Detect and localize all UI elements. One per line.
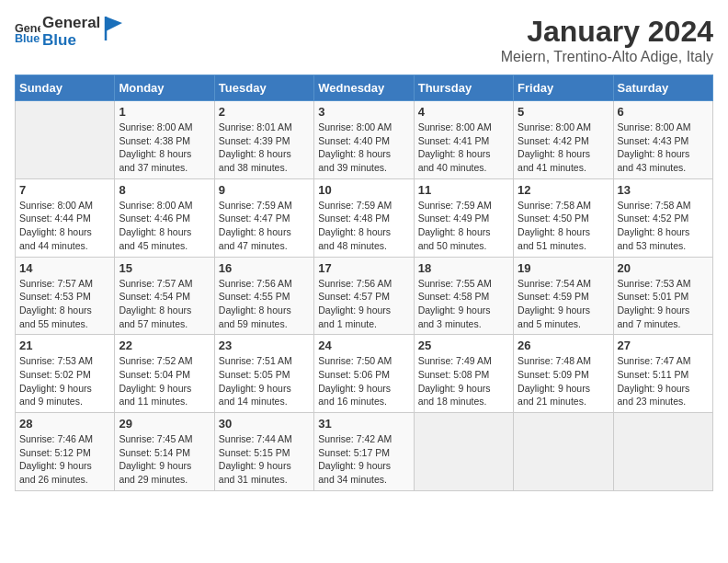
day-info: Sunrise: 7:46 AM Sunset: 5:12 PM Dayligh… bbox=[19, 432, 110, 487]
calendar-cell: 12Sunrise: 7:58 AM Sunset: 4:50 PM Dayli… bbox=[514, 178, 613, 257]
calendar-cell bbox=[613, 413, 712, 491]
calendar-cell: 26Sunrise: 7:48 AM Sunset: 5:09 PM Dayli… bbox=[514, 335, 613, 413]
day-number: 27 bbox=[618, 339, 709, 352]
day-number: 30 bbox=[219, 417, 310, 431]
day-info: Sunrise: 7:54 AM Sunset: 4:59 PM Dayligh… bbox=[518, 277, 609, 331]
svg-text:Blue: Blue bbox=[15, 32, 40, 45]
day-info: Sunrise: 7:53 AM Sunset: 5:01 PM Dayligh… bbox=[618, 277, 709, 331]
day-header-monday: Monday bbox=[115, 75, 214, 101]
days-header-row: SundayMondayTuesdayWednesdayThursdayFrid… bbox=[16, 75, 713, 101]
day-number: 1 bbox=[119, 105, 210, 119]
day-header-friday: Friday bbox=[514, 75, 613, 101]
day-info: Sunrise: 8:00 AM Sunset: 4:38 PM Dayligh… bbox=[119, 121, 210, 175]
day-info: Sunrise: 8:00 AM Sunset: 4:41 PM Dayligh… bbox=[418, 121, 509, 175]
day-number: 5 bbox=[518, 105, 609, 119]
calendar-cell: 25Sunrise: 7:49 AM Sunset: 5:08 PM Dayli… bbox=[414, 335, 513, 413]
day-info: Sunrise: 7:42 AM Sunset: 5:17 PM Dayligh… bbox=[318, 432, 409, 487]
day-number: 13 bbox=[618, 183, 709, 197]
calendar-cell: 23Sunrise: 7:51 AM Sunset: 5:05 PM Dayli… bbox=[214, 335, 313, 413]
day-number: 17 bbox=[318, 261, 409, 275]
day-number: 18 bbox=[418, 261, 509, 275]
day-info: Sunrise: 8:00 AM Sunset: 4:43 PM Dayligh… bbox=[618, 121, 709, 175]
header: General Blue General Blue January 2024 M… bbox=[15, 15, 713, 65]
calendar-cell: 4Sunrise: 8:00 AM Sunset: 4:41 PM Daylig… bbox=[414, 101, 513, 179]
day-number: 12 bbox=[518, 183, 609, 197]
day-number: 10 bbox=[318, 183, 409, 197]
calendar-cell: 27Sunrise: 7:47 AM Sunset: 5:11 PM Dayli… bbox=[613, 335, 712, 413]
calendar-cell: 16Sunrise: 7:56 AM Sunset: 4:55 PM Dayli… bbox=[214, 257, 313, 335]
day-number: 29 bbox=[119, 417, 210, 431]
svg-marker-4 bbox=[106, 17, 122, 31]
day-info: Sunrise: 7:56 AM Sunset: 4:57 PM Dayligh… bbox=[318, 277, 409, 331]
calendar-cell bbox=[414, 413, 513, 491]
calendar-cell: 11Sunrise: 7:59 AM Sunset: 4:49 PM Dayli… bbox=[414, 178, 513, 257]
day-number: 2 bbox=[219, 105, 310, 119]
day-number: 7 bbox=[19, 183, 110, 197]
day-number: 22 bbox=[119, 339, 210, 352]
calendar-cell: 13Sunrise: 7:58 AM Sunset: 4:52 PM Dayli… bbox=[613, 178, 712, 257]
day-info: Sunrise: 7:48 AM Sunset: 5:09 PM Dayligh… bbox=[518, 354, 609, 408]
calendar-cell: 6Sunrise: 8:00 AM Sunset: 4:43 PM Daylig… bbox=[613, 101, 712, 179]
day-number: 23 bbox=[219, 339, 310, 352]
day-header-wednesday: Wednesday bbox=[314, 75, 414, 101]
day-header-saturday: Saturday bbox=[613, 75, 712, 101]
day-info: Sunrise: 8:00 AM Sunset: 4:40 PM Dayligh… bbox=[318, 121, 409, 175]
day-info: Sunrise: 7:58 AM Sunset: 4:52 PM Dayligh… bbox=[618, 199, 709, 253]
day-number: 26 bbox=[518, 339, 609, 352]
calendar-week-2: 7Sunrise: 8:00 AM Sunset: 4:44 PM Daylig… bbox=[16, 178, 713, 257]
calendar-cell: 18Sunrise: 7:55 AM Sunset: 4:58 PM Dayli… bbox=[414, 257, 513, 335]
calendar-cell: 24Sunrise: 7:50 AM Sunset: 5:06 PM Dayli… bbox=[314, 335, 414, 413]
month-title: January 2024 bbox=[501, 15, 713, 49]
calendar-cell: 10Sunrise: 7:59 AM Sunset: 4:48 PM Dayli… bbox=[314, 178, 414, 257]
day-header-thursday: Thursday bbox=[414, 75, 513, 101]
day-header-sunday: Sunday bbox=[16, 75, 115, 101]
day-info: Sunrise: 8:00 AM Sunset: 4:46 PM Dayligh… bbox=[119, 199, 210, 253]
calendar-cell: 29Sunrise: 7:45 AM Sunset: 5:14 PM Dayli… bbox=[115, 413, 214, 491]
day-number: 21 bbox=[19, 339, 110, 352]
location-title: Meiern, Trentino-Alto Adige, Italy bbox=[501, 49, 713, 65]
day-info: Sunrise: 8:00 AM Sunset: 4:42 PM Dayligh… bbox=[518, 121, 609, 175]
day-number: 4 bbox=[418, 105, 509, 119]
day-info: Sunrise: 7:47 AM Sunset: 5:11 PM Dayligh… bbox=[618, 354, 709, 408]
day-number: 16 bbox=[219, 261, 310, 275]
calendar-cell: 15Sunrise: 7:57 AM Sunset: 4:54 PM Dayli… bbox=[115, 257, 214, 335]
calendar-week-1: 1Sunrise: 8:00 AM Sunset: 4:38 PM Daylig… bbox=[16, 101, 713, 179]
calendar-week-3: 14Sunrise: 7:57 AM Sunset: 4:53 PM Dayli… bbox=[16, 257, 713, 335]
day-info: Sunrise: 7:49 AM Sunset: 5:08 PM Dayligh… bbox=[418, 354, 509, 408]
calendar-cell: 20Sunrise: 7:53 AM Sunset: 5:01 PM Dayli… bbox=[613, 257, 712, 335]
logo-icon: General Blue bbox=[15, 19, 40, 45]
day-header-tuesday: Tuesday bbox=[214, 75, 313, 101]
day-info: Sunrise: 7:52 AM Sunset: 5:04 PM Dayligh… bbox=[119, 354, 210, 408]
calendar-cell: 30Sunrise: 7:44 AM Sunset: 5:15 PM Dayli… bbox=[214, 413, 313, 491]
calendar-cell: 19Sunrise: 7:54 AM Sunset: 4:59 PM Dayli… bbox=[514, 257, 613, 335]
day-info: Sunrise: 7:58 AM Sunset: 4:50 PM Dayligh… bbox=[518, 199, 609, 253]
day-number: 14 bbox=[19, 261, 110, 275]
logo: General Blue General Blue bbox=[15, 15, 124, 49]
day-number: 24 bbox=[318, 339, 409, 352]
calendar-cell: 17Sunrise: 7:56 AM Sunset: 4:57 PM Dayli… bbox=[314, 257, 414, 335]
day-info: Sunrise: 7:57 AM Sunset: 4:54 PM Dayligh… bbox=[119, 277, 210, 331]
day-info: Sunrise: 7:44 AM Sunset: 5:15 PM Dayligh… bbox=[219, 432, 310, 487]
calendar-cell: 2Sunrise: 8:01 AM Sunset: 4:39 PM Daylig… bbox=[214, 101, 313, 179]
calendar-cell: 9Sunrise: 7:59 AM Sunset: 4:47 PM Daylig… bbox=[214, 178, 313, 257]
day-number: 15 bbox=[119, 261, 210, 275]
day-info: Sunrise: 7:55 AM Sunset: 4:58 PM Dayligh… bbox=[418, 277, 509, 331]
day-info: Sunrise: 7:50 AM Sunset: 5:06 PM Dayligh… bbox=[318, 354, 409, 408]
calendar-week-4: 21Sunrise: 7:53 AM Sunset: 5:02 PM Dayli… bbox=[16, 335, 713, 413]
day-info: Sunrise: 7:56 AM Sunset: 4:55 PM Dayligh… bbox=[219, 277, 310, 331]
day-info: Sunrise: 7:45 AM Sunset: 5:14 PM Dayligh… bbox=[119, 432, 210, 487]
day-number: 25 bbox=[418, 339, 509, 352]
day-number: 31 bbox=[318, 417, 409, 431]
day-number: 20 bbox=[618, 261, 709, 275]
logo-flag-icon bbox=[104, 15, 124, 42]
day-number: 6 bbox=[618, 105, 709, 119]
calendar-cell: 28Sunrise: 7:46 AM Sunset: 5:12 PM Dayli… bbox=[16, 413, 115, 491]
day-info: Sunrise: 7:53 AM Sunset: 5:02 PM Dayligh… bbox=[19, 354, 110, 408]
logo-general-text: General bbox=[42, 15, 100, 32]
calendar-cell: 21Sunrise: 7:53 AM Sunset: 5:02 PM Dayli… bbox=[16, 335, 115, 413]
day-info: Sunrise: 7:59 AM Sunset: 4:47 PM Dayligh… bbox=[219, 199, 310, 253]
day-number: 19 bbox=[518, 261, 609, 275]
day-number: 28 bbox=[19, 417, 110, 431]
day-info: Sunrise: 7:57 AM Sunset: 4:53 PM Dayligh… bbox=[19, 277, 110, 331]
day-info: Sunrise: 7:51 AM Sunset: 5:05 PM Dayligh… bbox=[219, 354, 310, 408]
